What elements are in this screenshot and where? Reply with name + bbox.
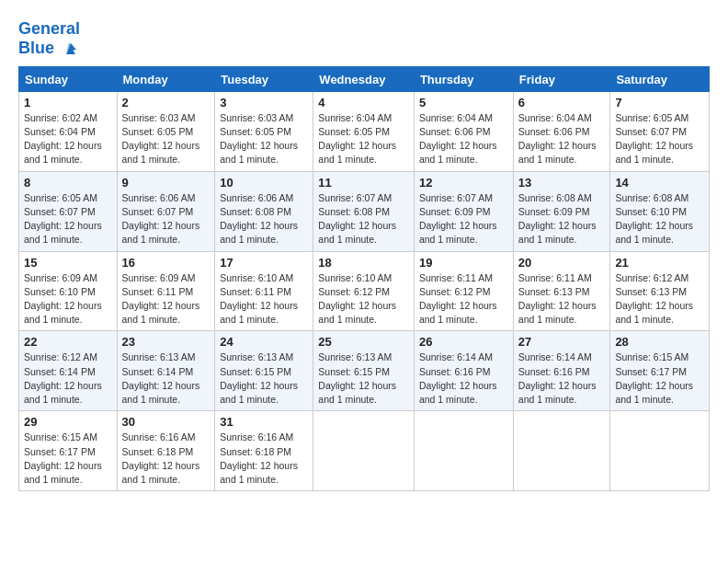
day-number: 1 xyxy=(24,96,112,109)
calendar-cell: 11 Sunrise: 6:07 AMSunset: 6:08 PMDaylig… xyxy=(313,171,415,251)
calendar-cell xyxy=(610,411,710,491)
calendar-cell: 28 Sunrise: 6:15 AMSunset: 6:17 PMDaylig… xyxy=(610,331,710,411)
day-number: 5 xyxy=(419,96,508,109)
logo-line2: Blue xyxy=(18,39,81,59)
calendar-cell: 4 Sunrise: 6:04 AMSunset: 6:05 PMDayligh… xyxy=(313,91,415,171)
day-header-friday: Friday xyxy=(513,66,610,91)
calendar-cell: 19 Sunrise: 6:11 AMSunset: 6:12 PMDaylig… xyxy=(414,251,513,331)
page: General Blue SundayMondayTuesdayWednesda… xyxy=(0,0,728,500)
logo-line1: General xyxy=(18,20,81,39)
day-detail: Sunrise: 6:04 AMSunset: 6:06 PMDaylight:… xyxy=(419,112,497,166)
day-number: 13 xyxy=(518,176,606,190)
calendar-cell: 10 Sunrise: 6:06 AMSunset: 6:08 PMDaylig… xyxy=(215,171,313,251)
day-number: 9 xyxy=(122,176,210,190)
day-number: 22 xyxy=(24,335,112,349)
calendar-cell: 23 Sunrise: 6:13 AMSunset: 6:14 PMDaylig… xyxy=(117,331,215,411)
day-header-sunday: Sunday xyxy=(19,66,118,91)
day-detail: Sunrise: 6:09 AMSunset: 6:11 PMDaylight:… xyxy=(122,272,200,326)
day-number: 31 xyxy=(220,415,308,429)
calendar-cell: 27 Sunrise: 6:14 AMSunset: 6:16 PMDaylig… xyxy=(513,331,610,411)
day-number: 30 xyxy=(122,415,210,429)
day-detail: Sunrise: 6:14 AMSunset: 6:16 PMDaylight:… xyxy=(518,351,597,405)
day-number: 6 xyxy=(518,96,606,109)
day-number: 10 xyxy=(220,176,308,190)
calendar-cell: 9 Sunrise: 6:06 AMSunset: 6:07 PMDayligh… xyxy=(117,171,215,251)
day-number: 27 xyxy=(518,335,606,349)
calendar-week-row: 1 Sunrise: 6:02 AMSunset: 6:04 PMDayligh… xyxy=(19,91,710,171)
day-number: 12 xyxy=(419,176,508,190)
day-detail: Sunrise: 6:09 AMSunset: 6:10 PMDaylight:… xyxy=(24,272,102,326)
calendar-cell: 16 Sunrise: 6:09 AMSunset: 6:11 PMDaylig… xyxy=(117,251,215,331)
day-number: 3 xyxy=(220,96,308,109)
calendar-cell: 12 Sunrise: 6:07 AMSunset: 6:09 PMDaylig… xyxy=(414,171,513,251)
day-number: 25 xyxy=(318,335,409,349)
calendar-cell: 3 Sunrise: 6:03 AMSunset: 6:05 PMDayligh… xyxy=(215,91,313,171)
calendar-cell: 8 Sunrise: 6:05 AMSunset: 6:07 PMDayligh… xyxy=(19,171,118,251)
day-number: 17 xyxy=(220,256,308,270)
day-number: 26 xyxy=(419,335,508,349)
day-detail: Sunrise: 6:13 AMSunset: 6:15 PMDaylight:… xyxy=(220,351,298,405)
day-detail: Sunrise: 6:14 AMSunset: 6:16 PMDaylight:… xyxy=(419,351,497,405)
day-detail: Sunrise: 6:04 AMSunset: 6:06 PMDaylight:… xyxy=(518,112,597,166)
day-detail: Sunrise: 6:06 AMSunset: 6:07 PMDaylight:… xyxy=(122,192,200,246)
calendar-cell: 1 Sunrise: 6:02 AMSunset: 6:04 PMDayligh… xyxy=(19,91,118,171)
day-detail: Sunrise: 6:03 AMSunset: 6:05 PMDaylight:… xyxy=(220,112,298,166)
calendar-week-row: 8 Sunrise: 6:05 AMSunset: 6:07 PMDayligh… xyxy=(19,171,710,251)
calendar-cell: 7 Sunrise: 6:05 AMSunset: 6:07 PMDayligh… xyxy=(610,91,710,171)
logo-icon xyxy=(61,39,81,59)
day-detail: Sunrise: 6:12 AMSunset: 6:13 PMDaylight:… xyxy=(615,272,693,326)
calendar-cell: 25 Sunrise: 6:13 AMSunset: 6:15 PMDaylig… xyxy=(313,331,415,411)
header: General Blue xyxy=(18,17,710,59)
day-detail: Sunrise: 6:07 AMSunset: 6:09 PMDaylight:… xyxy=(419,192,497,246)
day-detail: Sunrise: 6:02 AMSunset: 6:04 PMDaylight:… xyxy=(24,112,102,166)
day-detail: Sunrise: 6:12 AMSunset: 6:14 PMDaylight:… xyxy=(24,351,102,405)
calendar-cell: 15 Sunrise: 6:09 AMSunset: 6:10 PMDaylig… xyxy=(19,251,118,331)
day-detail: Sunrise: 6:04 AMSunset: 6:05 PMDaylight:… xyxy=(318,112,396,166)
day-detail: Sunrise: 6:07 AMSunset: 6:08 PMDaylight:… xyxy=(318,192,396,246)
calendar-cell: 24 Sunrise: 6:13 AMSunset: 6:15 PMDaylig… xyxy=(215,331,313,411)
day-detail: Sunrise: 6:05 AMSunset: 6:07 PMDaylight:… xyxy=(615,112,693,166)
calendar-cell: 5 Sunrise: 6:04 AMSunset: 6:06 PMDayligh… xyxy=(414,91,513,171)
day-detail: Sunrise: 6:08 AMSunset: 6:10 PMDaylight:… xyxy=(615,192,693,246)
calendar-week-row: 29 Sunrise: 6:15 AMSunset: 6:17 PMDaylig… xyxy=(19,411,710,491)
calendar-cell: 14 Sunrise: 6:08 AMSunset: 6:10 PMDaylig… xyxy=(610,171,710,251)
day-number: 11 xyxy=(318,176,409,190)
day-detail: Sunrise: 6:15 AMSunset: 6:17 PMDaylight:… xyxy=(615,351,693,405)
day-header-monday: Monday xyxy=(117,66,215,91)
calendar-cell: 13 Sunrise: 6:08 AMSunset: 6:09 PMDaylig… xyxy=(513,171,610,251)
day-detail: Sunrise: 6:06 AMSunset: 6:08 PMDaylight:… xyxy=(220,192,298,246)
day-number: 16 xyxy=(122,256,210,270)
day-header-wednesday: Wednesday xyxy=(313,66,415,91)
day-detail: Sunrise: 6:08 AMSunset: 6:09 PMDaylight:… xyxy=(518,192,597,246)
calendar-week-row: 22 Sunrise: 6:12 AMSunset: 6:14 PMDaylig… xyxy=(19,331,710,411)
day-number: 20 xyxy=(518,256,606,270)
calendar-week-row: 15 Sunrise: 6:09 AMSunset: 6:10 PMDaylig… xyxy=(19,251,710,331)
calendar-table: SundayMondayTuesdayWednesdayThursdayFrid… xyxy=(18,66,710,491)
calendar-cell xyxy=(313,411,415,491)
calendar-header-row: SundayMondayTuesdayWednesdayThursdayFrid… xyxy=(19,66,710,91)
day-detail: Sunrise: 6:16 AMSunset: 6:18 PMDaylight:… xyxy=(122,431,200,485)
day-detail: Sunrise: 6:05 AMSunset: 6:07 PMDaylight:… xyxy=(24,192,102,246)
calendar-cell xyxy=(414,411,513,491)
day-number: 15 xyxy=(24,256,112,270)
calendar-cell: 29 Sunrise: 6:15 AMSunset: 6:17 PMDaylig… xyxy=(19,411,118,491)
day-number: 24 xyxy=(220,335,308,349)
day-number: 2 xyxy=(122,96,210,109)
calendar-cell: 30 Sunrise: 6:16 AMSunset: 6:18 PMDaylig… xyxy=(117,411,215,491)
day-number: 18 xyxy=(318,256,409,270)
day-header-thursday: Thursday xyxy=(414,66,513,91)
calendar-cell: 2 Sunrise: 6:03 AMSunset: 6:05 PMDayligh… xyxy=(117,91,215,171)
day-number: 28 xyxy=(615,335,704,349)
day-detail: Sunrise: 6:13 AMSunset: 6:14 PMDaylight:… xyxy=(122,351,200,405)
day-number: 23 xyxy=(122,335,210,349)
day-number: 7 xyxy=(615,96,704,109)
logo: General Blue xyxy=(18,20,81,59)
calendar-cell: 22 Sunrise: 6:12 AMSunset: 6:14 PMDaylig… xyxy=(19,331,118,411)
day-number: 8 xyxy=(24,176,112,190)
day-detail: Sunrise: 6:11 AMSunset: 6:13 PMDaylight:… xyxy=(518,272,597,326)
calendar-cell: 6 Sunrise: 6:04 AMSunset: 6:06 PMDayligh… xyxy=(513,91,610,171)
day-detail: Sunrise: 6:10 AMSunset: 6:11 PMDaylight:… xyxy=(220,272,298,326)
calendar-cell xyxy=(513,411,610,491)
day-detail: Sunrise: 6:03 AMSunset: 6:05 PMDaylight:… xyxy=(122,112,200,166)
day-number: 14 xyxy=(615,176,704,190)
